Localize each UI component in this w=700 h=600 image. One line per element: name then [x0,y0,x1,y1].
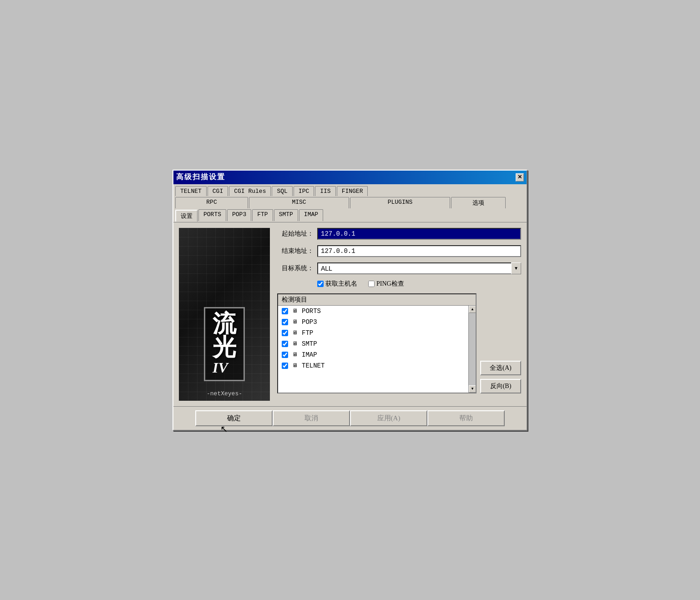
ports-checkbox[interactable] [282,308,288,314]
tabs-container: TELNET CGI CGI Rules SQL IPC IIS FINGER … [173,184,527,222]
checklist-items: 🖥 PORTS 🖥 POP3 [278,306,468,393]
get-hostname-checkbox-label[interactable]: 获取主机名 [317,280,357,288]
ping-check-label: PING检查 [376,280,404,288]
tab-telnet[interactable]: TELNET [175,186,207,196]
tab-misc[interactable]: MISC [249,197,349,208]
reverse-button[interactable]: 反向(B) [480,379,521,393]
scroll-up-button[interactable]: ▲ [469,306,476,313]
tab-cgi-rules[interactable]: CGI Rules [229,186,271,196]
smtp-label: SMTP [302,340,317,348]
checklist-wrap: 检测项目 🖥 PORTS [277,293,477,393]
checklist-scrollarea: 🖥 PORTS 🖥 POP3 [278,306,476,393]
checkbox-row: 获取主机名 PING检查 [277,280,521,288]
smtp-icon: 🖥 [291,340,299,348]
pop3-icon: 🖥 [291,318,299,326]
ok-button[interactable]: 确定 [195,410,273,426]
target-system-label: 目标系统： [277,264,314,272]
telnet-checkbox[interactable] [282,363,288,369]
list-item: 🖥 TELNET [278,360,468,371]
logo-char-1: 流 [213,312,236,336]
pop3-checkbox[interactable] [282,319,288,325]
imap-checkbox[interactable] [282,352,288,358]
help-button[interactable]: 帮助 [427,410,505,426]
window-title: 高级扫描设置 [176,172,225,182]
get-hostname-label: 获取主机名 [325,280,357,288]
select-all-button[interactable]: 全选(A) [480,361,521,375]
logo-text-box: 流 光 IV [204,307,245,381]
logo-brand: -netXeyes- [207,390,242,397]
checklist-inner: 检测项目 🖥 PORTS [278,294,476,393]
tab-imap[interactable]: IMAP [299,209,323,221]
logo-char-2: 光 [213,336,236,359]
telnet-label: TELNET [302,362,325,369]
tab-rpc[interactable]: RPC [175,197,248,208]
tab-finger[interactable]: FINGER [337,186,368,196]
checklist-area: 检测项目 🖥 PORTS [277,293,521,393]
start-address-row: 起始地址： [277,228,521,240]
ftp-checkbox[interactable] [282,330,288,336]
ping-check-checkbox-label[interactable]: PING检查 [368,280,404,288]
tab-cgi[interactable]: CGI [208,186,228,196]
close-button[interactable]: ✕ [516,173,524,182]
tab-ports[interactable]: PORTS [198,209,226,221]
cancel-button[interactable]: 取消 [273,410,350,426]
main-window: 高级扫描设置 ✕ TELNET CGI CGI Rules SQL IPC II… [172,170,528,431]
imap-label: IMAP [302,351,317,358]
ftp-icon: 🖥 [291,329,299,337]
scrollbar: ▲ ▼ [468,306,476,393]
list-item: 🖥 FTP [278,328,468,338]
end-address-row: 结束地址： [277,245,521,257]
tab-row-2: RPC MISC PLUGINS 选项 [175,197,525,208]
tab-ftp[interactable]: FTP [252,209,273,221]
telnet-icon: 🖥 [291,362,299,370]
pop3-label: POP3 [302,318,317,326]
tab-ipc[interactable]: IPC [294,186,314,196]
tab-smtp[interactable]: SMTP [274,209,298,221]
target-system-row: 目标系统： ALL ▼ [277,262,521,274]
scroll-track [469,313,476,385]
form-panel: 起始地址： 结束地址： 目标系统： ALL ▼ [277,228,521,401]
list-item: 🖥 PORTS [278,306,468,317]
list-item: 🖥 IMAP [278,349,468,360]
ftp-label: FTP [302,329,313,337]
title-bar: 高级扫描设置 ✕ [173,171,527,184]
target-system-select[interactable]: ALL [317,262,521,274]
list-item: 🖥 SMTP [278,338,468,349]
tab-row-1: TELNET CGI CGI Rules SQL IPC IIS FINGER [175,186,525,196]
get-hostname-checkbox[interactable] [317,281,324,287]
start-address-input[interactable] [317,228,521,240]
start-address-label: 起始地址： [277,230,314,238]
tab-iis[interactable]: IIS [315,186,335,196]
list-item: 🖥 POP3 [278,317,468,328]
tab-pop3[interactable]: POP3 [227,209,251,221]
logo-panel: 流 光 IV -netXeyes- [179,228,270,401]
ports-label: PORTS [302,308,321,315]
main-content: 流 光 IV -netXeyes- 起始地址： 结束地址： [179,228,521,401]
content-area: 流 光 IV -netXeyes- 起始地址： 结束地址： [173,222,527,406]
target-system-select-wrap: ALL ▼ [317,262,521,274]
smtp-checkbox[interactable] [282,341,288,347]
scroll-down-button[interactable]: ▼ [469,385,476,393]
end-address-label: 结束地址： [277,247,314,255]
ports-icon: 🖥 [291,307,299,315]
apply-button[interactable]: 应用(A) [350,410,427,426]
checklist-header: 检测项目 [278,294,476,306]
action-buttons: 全选(A) 反向(B) [480,293,521,393]
end-address-input[interactable] [317,245,521,257]
tab-sql[interactable]: SQL [272,186,292,196]
imap-icon: 🖥 [291,351,299,359]
tab-settings[interactable]: 设置 [175,210,198,222]
footer-bar: 确定 ↖ 取消 应用(A) 帮助 [173,406,527,430]
tab-plugins[interactable]: PLUGINS [350,197,450,208]
ping-check-checkbox[interactable] [368,281,375,287]
logo-char-3: IV [213,359,236,376]
tab-row-3: 设置 PORTS POP3 FTP SMTP IMAP [175,209,525,221]
tab-options[interactable]: 选项 [451,197,506,208]
